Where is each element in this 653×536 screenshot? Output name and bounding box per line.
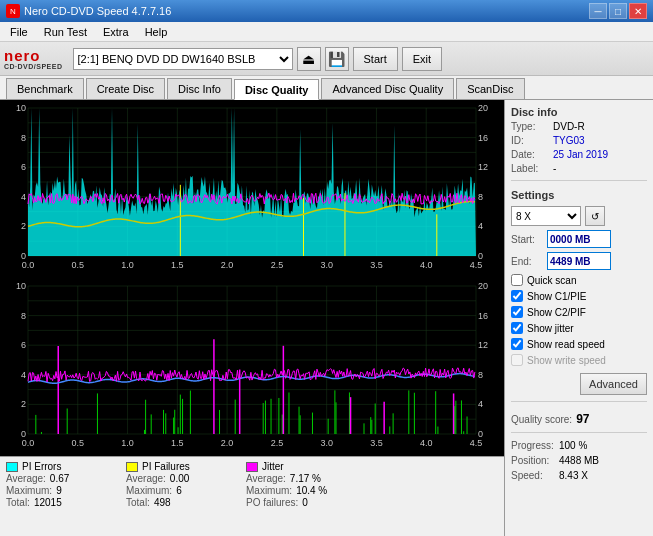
type-label: Type:	[511, 121, 549, 132]
pi-total-value: 12015	[34, 497, 62, 508]
pi-avg-label: Average:	[6, 473, 46, 484]
chart-area: PI Errors Average: 0.67 Maximum: 9 Total…	[0, 100, 505, 536]
jitter-avg-label: Average:	[246, 473, 286, 484]
id-value: TYG03	[553, 135, 585, 146]
start-input[interactable]	[547, 230, 611, 248]
legend-pi-failures: PI Failures Average: 0.00 Maximum: 6 Tot…	[126, 461, 236, 532]
disc-info-title: Disc info	[511, 106, 647, 118]
po-label: PO failures:	[246, 497, 298, 508]
quick-scan-checkbox[interactable]	[511, 274, 523, 286]
show-write-speed-checkbox	[511, 354, 523, 366]
show-c2-label: Show C2/PIF	[527, 307, 586, 318]
pif-avg-label: Average:	[126, 473, 166, 484]
nero-logo: nero CD·DVD/SPEED	[4, 48, 63, 70]
id-label: ID:	[511, 135, 549, 146]
progress-label: Progress:	[511, 440, 555, 451]
app-title: Nero CD-DVD Speed 4.7.7.16	[24, 5, 171, 17]
menu-help[interactable]: Help	[139, 25, 174, 39]
eject-button[interactable]: ⏏	[297, 47, 321, 71]
divider1	[511, 180, 647, 181]
jitter-color	[246, 462, 258, 472]
quality-value: 97	[576, 412, 589, 426]
speed-select[interactable]: 8 X 4 X 6 X 12 X 16 X Max	[511, 206, 581, 226]
menu-run-test[interactable]: Run Test	[38, 25, 93, 39]
speed-refresh-button[interactable]: ↺	[585, 206, 605, 226]
menu-file[interactable]: File	[4, 25, 34, 39]
toolbar: nero CD·DVD/SPEED [2:1] BENQ DVD DD DW16…	[0, 42, 653, 76]
close-button[interactable]: ✕	[629, 3, 647, 19]
po-value: 0	[302, 497, 308, 508]
end-input[interactable]	[547, 252, 611, 270]
show-read-speed-label: Show read speed	[527, 339, 605, 350]
show-jitter-label: Show jitter	[527, 323, 574, 334]
right-panel: Disc info Type: DVD-R ID: TYG03 Date: 25…	[505, 100, 653, 536]
save-button[interactable]: 💾	[325, 47, 349, 71]
pi-max-value: 9	[56, 485, 62, 496]
show-c1-checkbox[interactable]	[511, 290, 523, 302]
tab-advanced-disc-quality[interactable]: Advanced Disc Quality	[321, 78, 454, 99]
tab-disc-quality[interactable]: Disc Quality	[234, 79, 320, 100]
show-read-speed-checkbox[interactable]	[511, 338, 523, 350]
tab-create-disc[interactable]: Create Disc	[86, 78, 165, 99]
pi-errors-title: PI Errors	[22, 461, 61, 472]
quick-scan-label: Quick scan	[527, 275, 576, 286]
drive-select[interactable]: [2:1] BENQ DVD DD DW1640 BSLB	[73, 48, 293, 70]
pif-total-value: 498	[154, 497, 171, 508]
pif-avg-value: 0.00	[170, 473, 189, 484]
position-value: 4488 MB	[559, 455, 599, 466]
legend-pi-errors: PI Errors Average: 0.67 Maximum: 9 Total…	[6, 461, 116, 532]
divider3	[511, 432, 647, 433]
show-jitter-checkbox[interactable]	[511, 322, 523, 334]
menubar: File Run Test Extra Help	[0, 22, 653, 42]
show-c1-label: Show C1/PIE	[527, 291, 586, 302]
chart2-canvas	[0, 278, 504, 456]
divider2	[511, 401, 647, 402]
exit-button[interactable]: Exit	[402, 47, 442, 71]
maximize-button[interactable]: □	[609, 3, 627, 19]
window-controls[interactable]: ─ □ ✕	[589, 3, 647, 19]
settings-title: Settings	[511, 189, 647, 201]
speed-value: 8.43 X	[559, 470, 588, 481]
menu-extra[interactable]: Extra	[97, 25, 135, 39]
disc-label-value: -	[553, 163, 556, 174]
pif-total-label: Total:	[126, 497, 150, 508]
titlebar: N Nero CD-DVD Speed 4.7.7.16 ─ □ ✕	[0, 0, 653, 22]
position-label: Position:	[511, 455, 555, 466]
pi-total-label: Total:	[6, 497, 30, 508]
pif-max-value: 6	[176, 485, 182, 496]
show-write-speed-label: Show write speed	[527, 355, 606, 366]
tab-bar: Benchmark Create Disc Disc Info Disc Qua…	[0, 76, 653, 100]
legend-area: PI Errors Average: 0.67 Maximum: 9 Total…	[0, 456, 504, 536]
top-chart	[0, 100, 504, 278]
end-label: End:	[511, 256, 543, 267]
legend-jitter: Jitter Average: 7.17 % Maximum: 10.4 % P…	[246, 461, 356, 532]
pi-max-label: Maximum:	[6, 485, 52, 496]
speed-label: Speed:	[511, 470, 555, 481]
advanced-button[interactable]: Advanced	[580, 373, 647, 395]
main-content: PI Errors Average: 0.67 Maximum: 9 Total…	[0, 100, 653, 536]
quality-label: Quality score:	[511, 414, 572, 425]
bottom-chart	[0, 278, 504, 456]
tab-benchmark[interactable]: Benchmark	[6, 78, 84, 99]
pi-failures-title: PI Failures	[142, 461, 190, 472]
date-value: 25 Jan 2019	[553, 149, 608, 160]
minimize-button[interactable]: ─	[589, 3, 607, 19]
pif-max-label: Maximum:	[126, 485, 172, 496]
start-button[interactable]: Start	[353, 47, 398, 71]
pi-failures-color	[126, 462, 138, 472]
tab-disc-info[interactable]: Disc Info	[167, 78, 232, 99]
show-c2-checkbox[interactable]	[511, 306, 523, 318]
jitter-max-label: Maximum:	[246, 485, 292, 496]
pi-errors-color	[6, 462, 18, 472]
start-label: Start:	[511, 234, 543, 245]
app-icon: N	[6, 4, 20, 18]
chart1-canvas	[0, 100, 504, 278]
jitter-avg-value: 7.17 %	[290, 473, 321, 484]
tab-scan-disc[interactable]: ScanDisc	[456, 78, 524, 99]
type-value: DVD-R	[553, 121, 585, 132]
progress-value: 100 %	[559, 440, 587, 451]
date-label: Date:	[511, 149, 549, 160]
disc-label-label: Label:	[511, 163, 549, 174]
jitter-title: Jitter	[262, 461, 284, 472]
pi-avg-value: 0.67	[50, 473, 69, 484]
